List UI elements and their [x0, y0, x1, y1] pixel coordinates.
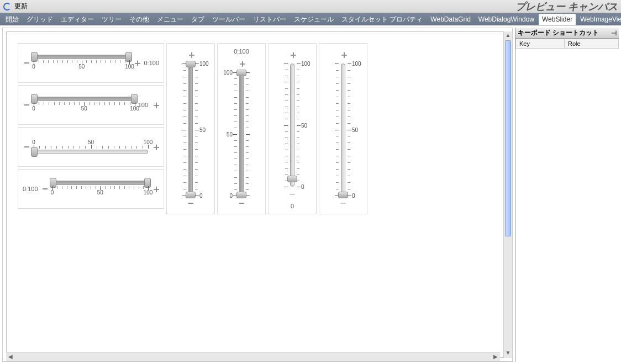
slider-h1: − 050100 ＋ 0:100	[18, 43, 164, 83]
scroll-down-icon[interactable]: ▼	[504, 349, 512, 358]
canvas-panel: − 050100 ＋ 0:100	[2, 28, 513, 362]
plus-button[interactable]: ＋	[151, 98, 159, 112]
col-key[interactable]: Key	[516, 39, 565, 49]
tab-tree[interactable]: ツリー	[98, 13, 125, 26]
minus-button[interactable]: −	[23, 141, 30, 153]
tab-listbar[interactable]: リストバー	[250, 13, 290, 26]
tab-grid[interactable]: グリッド	[23, 13, 56, 26]
slider-v2: 0:100 ＋ 100500 −	[217, 43, 266, 214]
tab-webdatagrid[interactable]: WebDataGrid	[427, 14, 473, 25]
minus-button[interactable]: −	[339, 198, 347, 209]
slider-thumb[interactable]	[236, 192, 246, 198]
slider-h2: − 050100 100 ＋	[18, 85, 164, 125]
tab-styleset[interactable]: スタイルセット プロパティ	[338, 13, 426, 26]
scroll-right-icon[interactable]: ▶	[491, 353, 500, 361]
slider-track[interactable]	[34, 150, 148, 154]
title-bar: 更新 プレビュー キャンバス	[0, 0, 621, 13]
slider-h3: − 050100 ＋	[18, 127, 164, 167]
tab-toolbar[interactable]: ツールバー	[209, 13, 249, 26]
slider-thumb[interactable]	[186, 192, 196, 198]
shortcuts-table: Key Role	[515, 39, 619, 49]
plus-button[interactable]: ＋	[339, 48, 347, 61]
scrollbar-thumb[interactable]	[505, 40, 511, 236]
minus-button[interactable]: −	[187, 198, 194, 209]
value-label: 0	[291, 203, 294, 209]
value-label: 0:100	[23, 186, 38, 192]
slider-track[interactable]	[341, 64, 345, 196]
slider-v3: ＋ 100500 − 0	[268, 43, 317, 214]
canvas-inner: − 050100 ＋ 0:100	[6, 31, 509, 358]
minus-button[interactable]: −	[23, 99, 30, 111]
slider-thumb[interactable]	[186, 61, 196, 67]
minus-button[interactable]: −	[238, 198, 245, 209]
shortcuts-title: キーボード ショートカット	[518, 28, 599, 38]
plus-button[interactable]: ＋	[288, 48, 296, 61]
tab-schedule[interactable]: スケジュール	[291, 13, 337, 26]
plus-button[interactable]: ＋	[187, 48, 194, 61]
window-title: 更新	[14, 2, 28, 11]
slider-thumb[interactable]	[236, 70, 246, 76]
tab-tab[interactable]: タブ	[188, 13, 208, 26]
shortcuts-header: キーボード ショートカット ⊣	[515, 28, 619, 39]
col-role[interactable]: Role	[564, 39, 618, 49]
slider-thumb[interactable]	[287, 176, 297, 182]
refresh-icon	[3, 3, 11, 10]
scroll-up-icon[interactable]: ▲	[504, 31, 512, 40]
minus-button[interactable]: −	[288, 189, 296, 201]
value-label: 100	[138, 102, 148, 108]
minus-button[interactable]: −	[41, 183, 49, 195]
canvas-title: プレビュー キャンバス	[515, 0, 618, 13]
tab-editor[interactable]: エディター	[57, 13, 97, 26]
slider-thumb[interactable]	[338, 192, 348, 198]
slider-track[interactable]	[188, 64, 193, 196]
tab-menu[interactable]: メニュー	[154, 13, 187, 26]
slider-track[interactable]	[239, 72, 244, 196]
tab-webdialogwindow[interactable]: WebDialogWindow	[475, 14, 538, 25]
slider-h4: 0:100 − 050100 ＋	[18, 169, 164, 209]
scrollbar-vertical[interactable]: ▲ ▼	[503, 31, 512, 358]
tab-start[interactable]: 開始	[2, 13, 22, 26]
slider-track[interactable]	[34, 55, 129, 59]
scroll-left-icon[interactable]: ◀	[6, 353, 15, 361]
tab-bar: 開始 グリッド エディター ツリー その他 メニュー タブ ツールバー リストバ…	[0, 13, 621, 25]
slider-v1: ＋ 100500 −	[166, 43, 215, 214]
slider-v4: ＋ 100500 −	[319, 43, 367, 214]
pin-icon[interactable]: ⊣	[611, 29, 617, 37]
slider-track[interactable]	[52, 181, 148, 185]
value-label: 0:100	[234, 48, 249, 55]
minus-button[interactable]: −	[23, 57, 30, 69]
slider-thumb[interactable]	[31, 147, 38, 157]
tab-other[interactable]: その他	[126, 13, 152, 26]
plus-button[interactable]: ＋	[238, 57, 245, 70]
value-label: 0:100	[144, 60, 159, 66]
tab-webslider[interactable]: WebSlider	[539, 14, 576, 25]
slider-track[interactable]	[34, 97, 135, 101]
scrollbar-horizontal[interactable]: ◀ ▶	[6, 352, 500, 361]
shortcuts-panel: キーボード ショートカット ⊣ Key Role	[515, 28, 619, 362]
slider-track[interactable]	[290, 64, 294, 187]
tab-webimageviewer[interactable]: WebImageViewer	[577, 14, 621, 25]
